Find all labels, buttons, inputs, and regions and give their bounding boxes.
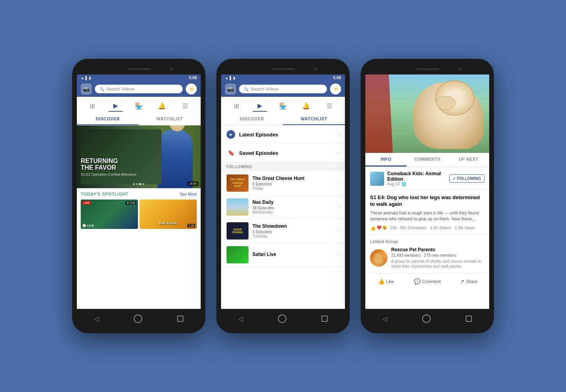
video-ep-title: S1 E4: Dog who lost her legs was determi… xyxy=(370,194,484,208)
source-date: Aug 10 🌐 xyxy=(387,182,446,186)
home-btn-2[interactable] xyxy=(278,314,287,323)
comment-btn[interactable]: 💬 Comment xyxy=(406,277,448,286)
camera-icon-2[interactable]: 📷 xyxy=(225,83,236,94)
tab-upnext[interactable]: UP NEXT xyxy=(448,153,489,167)
linked-group-card[interactable]: Rescue Pet Parents 21,493 members · 279 … xyxy=(370,247,484,269)
tab-watchlist-1[interactable]: WATCHLIST xyxy=(139,113,201,125)
signal-icon-2: ▌ xyxy=(230,76,232,80)
safari-chevron-icon: › xyxy=(338,252,339,258)
phone-3-bottom: ◁ xyxy=(365,309,489,328)
home-btn-3[interactable] xyxy=(422,314,431,323)
latest-episodes-label: Latest Episodes xyxy=(239,132,338,138)
phones-container: ▲ ▌ ▮ 5:08 📷 🔍 Search Videos ⚡ ⊞ ▶ 🏪 🔔 xyxy=(72,59,494,333)
nav-store-icon[interactable]: 🏪 xyxy=(132,100,146,112)
wifi-icon: ▲ xyxy=(81,76,84,80)
source-name: Comeback Kids: Animal Edition xyxy=(387,171,446,182)
search-input-2[interactable]: 🔍 Search Videos xyxy=(239,85,327,93)
view-count: 👁 5.5k xyxy=(125,201,136,205)
search-input-1[interactable]: 🔍 Search Videos xyxy=(95,85,183,93)
hero-video-1[interactable]: RETURNINGTHE FAVOR S1:E2 Operation Comba… xyxy=(77,125,201,188)
tabs-1: DISCOVER WATCHLIST xyxy=(77,113,201,125)
phone-1-content: ▲ ▌ ▮ 5:08 📷 🔍 Search Videos ⚡ ⊞ ▶ 🏪 🔔 xyxy=(77,74,201,309)
saved-chevron-icon: › xyxy=(338,150,339,156)
nav-menu-icon[interactable]: ☰ xyxy=(178,100,192,112)
video-thumb-bae[interactable]: BAE & BAIL 7:28 xyxy=(140,200,197,229)
dot-4 xyxy=(143,183,145,185)
dog-image xyxy=(365,74,489,153)
show-name-cheese: The Great Cheese Hunt xyxy=(252,176,338,181)
show-name-showdown: The Showdown xyxy=(252,223,338,229)
camera-icon-1[interactable]: 📷 xyxy=(81,83,92,94)
nav-video-icon-2[interactable]: ▶ xyxy=(253,100,267,112)
show-item-safari[interactable]: Safari Live › xyxy=(221,243,345,267)
video-hero-3 xyxy=(365,74,489,153)
comment-label: Comment xyxy=(422,279,441,284)
hero-duration: 18:54 xyxy=(187,181,198,186)
saved-episodes-item[interactable]: 🔖 Saved Episodes › xyxy=(221,144,345,162)
messenger-icon-1[interactable]: ⚡ xyxy=(186,83,197,94)
nav-video-icon[interactable]: ▶ xyxy=(109,100,123,112)
tabs-2: DISCOVER WATCHLIST xyxy=(221,113,345,125)
nav-news-icon-2[interactable]: ⊞ xyxy=(230,100,244,112)
status-bar-1: ▲ ▌ ▮ 5:08 xyxy=(77,74,201,81)
status-time-2: 5:08 xyxy=(333,76,341,80)
dots-indicator xyxy=(133,183,145,185)
back-btn-2[interactable]: ◁ xyxy=(238,315,243,323)
recents-btn-3[interactable] xyxy=(466,316,472,322)
share-icon: ↗ xyxy=(460,278,464,285)
safari-thumb xyxy=(227,246,249,263)
tab-discover-1[interactable]: DISCOVER xyxy=(77,113,139,125)
battery-icon-2: ▮ xyxy=(233,76,235,80)
show-thumb-showdown: SHOWDOWNS xyxy=(227,222,249,240)
dog-snout xyxy=(436,96,456,110)
messenger-icon-2[interactable]: ⚡ xyxy=(330,83,341,94)
tab-info[interactable]: INFO xyxy=(365,153,406,167)
nav-store-icon-2[interactable]: 🏪 xyxy=(276,100,290,112)
tab-discover-2[interactable]: DISCOVER xyxy=(221,113,283,125)
showdown-chevron-icon: › xyxy=(338,228,339,234)
like-btn[interactable]: 👍 Like xyxy=(365,277,406,286)
phone-camera xyxy=(170,67,173,71)
spotlight-title: TODAY'S SPOTLIGHT xyxy=(81,192,129,196)
nav-news-icon[interactable]: ⊞ xyxy=(85,100,100,112)
recents-btn-1[interactable] xyxy=(177,316,183,322)
cheese-chevron-icon: › xyxy=(338,180,339,186)
dot-2 xyxy=(136,183,138,185)
back-btn-3[interactable]: ◁ xyxy=(383,315,387,323)
show-item-nas[interactable]: Nas Daily 38 Episodes Wednesday › xyxy=(221,195,345,219)
video-grid: LIVE 👁 5.5k ⚾ LIVE BAE & BAIL 7:28 xyxy=(81,200,197,229)
recents-btn-2[interactable] xyxy=(321,316,328,322)
like-reaction-icon: 👍 xyxy=(370,225,376,231)
hero-video-bg xyxy=(77,125,201,188)
see-more-btn[interactable]: See More xyxy=(180,192,197,196)
shares-count: 4.2K Shares xyxy=(430,226,452,230)
latest-episodes-item[interactable]: ▶ Latest Episodes › xyxy=(221,125,345,144)
phone-3-top xyxy=(365,64,489,74)
love-reaction-icon: ❤️ xyxy=(377,225,381,231)
comments-count: 881 Comments xyxy=(400,226,427,230)
video-thumb-live[interactable]: LIVE 👁 5.5k ⚾ LIVE xyxy=(81,200,138,229)
share-btn[interactable]: ↗ Share xyxy=(448,277,489,286)
home-btn-1[interactable] xyxy=(134,314,142,323)
following-btn[interactable]: ✓ FOLLOWING xyxy=(449,174,484,183)
nav-bell-icon-2[interactable]: 🔔 xyxy=(299,100,313,112)
play-circle-icon: ▶ xyxy=(227,130,235,139)
search-icon-2: 🔍 xyxy=(244,87,249,91)
status-time-1: 5:08 xyxy=(189,76,197,80)
nav-bell-icon[interactable]: 🔔 xyxy=(155,100,169,112)
tab-watchlist-2[interactable]: WATCHLIST xyxy=(283,113,345,125)
spotlight-section: TODAY'S SPOTLIGHT See More LIVE 👁 5.5k ⚾… xyxy=(77,188,201,231)
nav-icons-1: ⊞ ▶ 🏪 🔔 ☰ xyxy=(77,97,201,113)
tab-comments[interactable]: COMMENTS xyxy=(406,153,448,167)
group-name: Rescue Pet Parents xyxy=(391,247,484,252)
nav-menu-icon-2[interactable]: ☰ xyxy=(322,100,336,112)
back-btn-1[interactable]: ◁ xyxy=(94,315,99,323)
dot-1 xyxy=(133,183,135,185)
phone-2-top xyxy=(221,64,345,74)
show-thumb-cheese: THE GREAT CHEESE HUNT xyxy=(227,174,249,192)
show-item-cheese[interactable]: THE GREAT CHEESE HUNT The Great Cheese H… xyxy=(221,171,345,195)
hero-subtitle: S1:E2 Operation Combat Bikesaver xyxy=(81,172,137,176)
show-item-showdown[interactable]: SHOWDOWNS The Showdown 4 Episodes Tuesda… xyxy=(221,219,345,243)
phone-speaker xyxy=(127,68,151,70)
show-day-nas: Wednesday xyxy=(252,210,338,214)
